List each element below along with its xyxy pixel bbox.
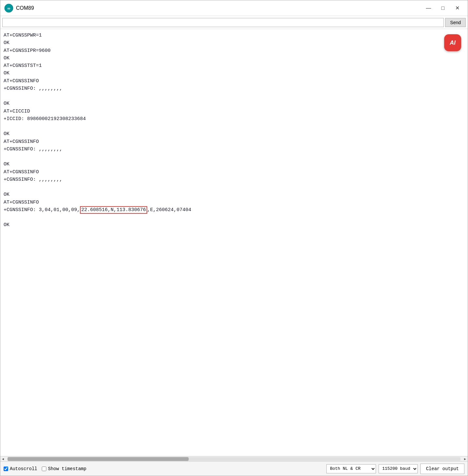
ai-button[interactable]: AI bbox=[444, 34, 461, 51]
output-area[interactable]: AT+CGNSSPWR=1 OK AT+CGNSSIPR=9600 OK AT+… bbox=[0, 29, 468, 456]
scrollbar-h-track[interactable] bbox=[8, 457, 460, 461]
autoscroll-text: Autoscroll bbox=[10, 466, 37, 471]
highlighted-gnssinfo-line: +CGNSSINFO: 3,04,01,00,09,22.608516,N,11… bbox=[4, 206, 191, 214]
highlighted-coords: 22.608516,N,113.830676 bbox=[80, 206, 147, 214]
minimize-button[interactable]: — bbox=[422, 3, 435, 13]
scroll-right-arrow[interactable]: ▶ bbox=[462, 456, 468, 462]
input-bar: Send bbox=[0, 16, 468, 29]
status-bar-right: No line ending Newline Carriage return B… bbox=[326, 464, 464, 474]
horizontal-scrollbar[interactable]: ◀ ▶ bbox=[0, 456, 468, 461]
window-title: COM89 bbox=[16, 5, 422, 11]
window-controls: — □ ✕ bbox=[422, 3, 464, 13]
autoscroll-label[interactable]: Autoscroll bbox=[4, 466, 37, 471]
maximize-button[interactable]: □ bbox=[436, 3, 449, 13]
title-bar: ∞ COM89 — □ ✕ bbox=[0, 0, 468, 16]
send-button[interactable]: Send bbox=[445, 18, 466, 27]
scroll-left-arrow[interactable]: ◀ bbox=[0, 456, 6, 462]
command-input[interactable] bbox=[2, 18, 444, 27]
line-ending-select[interactable]: No line ending Newline Carriage return B… bbox=[326, 464, 376, 473]
timestamp-label[interactable]: Show timestamp bbox=[42, 466, 86, 471]
close-button[interactable]: ✕ bbox=[451, 3, 464, 13]
baud-rate-select[interactable]: 300 baud 1200 baud 2400 baud 4800 baud 9… bbox=[379, 464, 418, 473]
ai-button-label: AI bbox=[450, 39, 456, 46]
status-bar-left: Autoscroll Show timestamp bbox=[4, 466, 86, 471]
main-window: ∞ COM89 — □ ✕ Send AT+CGNSSPWR=1 OK AT+C… bbox=[0, 0, 468, 476]
autoscroll-checkbox[interactable] bbox=[4, 467, 8, 471]
timestamp-checkbox[interactable] bbox=[42, 467, 46, 471]
scrollbar-h-thumb[interactable] bbox=[8, 457, 189, 461]
timestamp-text: Show timestamp bbox=[48, 466, 86, 471]
output-area-wrapper: AT+CGNSSPWR=1 OK AT+CGNSSIPR=9600 OK AT+… bbox=[0, 29, 468, 456]
clear-output-button[interactable]: Clear output bbox=[420, 464, 464, 474]
svg-text:∞: ∞ bbox=[7, 6, 10, 11]
output-text: AT+CGNSSPWR=1 OK AT+CGNSSIPR=9600 OK AT+… bbox=[4, 33, 191, 228]
status-bar: Autoscroll Show timestamp No line ending… bbox=[0, 461, 468, 476]
arduino-logo: ∞ bbox=[4, 4, 13, 13]
